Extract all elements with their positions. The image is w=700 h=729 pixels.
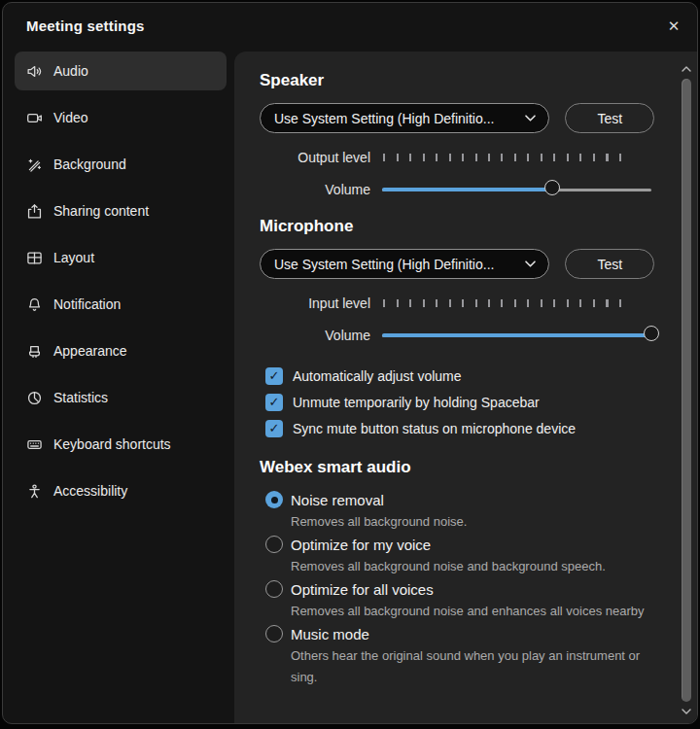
dialog-title: Meeting settings — [26, 17, 145, 34]
magic-wand-icon — [26, 156, 43, 173]
sidebar-item-label: Statistics — [53, 390, 108, 405]
audio-settings-panel: Speaker Use System Setting (High Definit… — [234, 52, 697, 723]
grid-icon — [26, 250, 43, 266]
sidebar-item-label: Sharing content — [53, 203, 149, 219]
sidebar-item-layout[interactable]: Layout — [15, 238, 227, 277]
meeting-settings-dialog: Meeting settings ✕ Audio Video Backgroun… — [2, 2, 698, 724]
output-level-meter — [383, 154, 623, 161]
sidebar-item-keyboard-shortcuts[interactable]: Keyboard shortcuts — [15, 425, 227, 464]
microphone-volume-label: Volume — [260, 328, 382, 343]
speaker-volume-slider[interactable] — [382, 182, 651, 197]
microphone-heading: Microphone — [260, 217, 654, 236]
radio-description: Removes all background noise. — [260, 511, 654, 533]
radio-description: Others hear the original sound when you … — [260, 645, 654, 688]
share-icon — [26, 203, 43, 220]
sidebar-item-notification[interactable]: Notification — [15, 285, 227, 324]
radio-optimize-my-voice[interactable]: Optimize for my voice — [260, 533, 654, 556]
speaker-icon — [26, 63, 43, 80]
pie-chart-icon — [26, 390, 43, 406]
keyboard-icon — [26, 436, 43, 453]
sidebar-item-video[interactable]: Video — [15, 98, 227, 137]
checkbox-checked-icon[interactable]: ✓ — [265, 420, 283, 437]
radio-unselected-icon[interactable] — [265, 580, 283, 598]
panel-scrollbar[interactable] — [678, 57, 695, 721]
scrollbar-thumb[interactable] — [682, 79, 691, 702]
sidebar-item-label: Appearance — [53, 343, 127, 359]
speaker-volume-label: Volume — [260, 182, 382, 197]
camera-icon — [26, 110, 43, 126]
close-icon[interactable]: ✕ — [662, 15, 685, 38]
checkbox-unmute-spacebar[interactable]: ✓ Unmute temporarily by holding Spacebar — [260, 389, 654, 415]
sidebar-item-statistics[interactable]: Statistics — [15, 378, 227, 417]
person-icon — [26, 483, 43, 500]
sidebar-item-label: Keyboard shortcuts — [53, 436, 171, 452]
sidebar-item-label: Layout — [53, 250, 94, 265]
chevron-down-icon — [525, 260, 536, 267]
checkbox-sync-mute-button[interactable]: ✓ Sync mute button status on microphone … — [260, 415, 654, 441]
radio-unselected-icon[interactable] — [265, 536, 283, 553]
sidebar-item-audio[interactable]: Audio — [15, 52, 227, 90]
radio-noise-removal[interactable]: Noise removal — [260, 488, 654, 511]
speaker-test-button[interactable]: Test — [565, 103, 654, 133]
microphone-volume-slider[interactable] — [382, 328, 651, 343]
speaker-heading: Speaker — [260, 71, 654, 90]
sidebar-item-label: Notification — [53, 296, 121, 312]
radio-description: Removes all background noise and backgro… — [260, 556, 654, 577]
sidebar-item-sharing-content[interactable]: Sharing content — [15, 191, 227, 230]
speaker-device-value: Use System Setting (High Definitio... — [274, 111, 517, 126]
input-level-meter — [383, 299, 623, 307]
microphone-volume-thumb[interactable] — [644, 326, 659, 341]
smart-audio-heading: Webex smart audio — [260, 458, 654, 477]
radio-description: Removes all background noise and enhance… — [260, 601, 654, 622]
input-level-label: Input level — [260, 295, 382, 311]
output-level-label: Output level — [260, 150, 382, 165]
checkbox-checked-icon[interactable]: ✓ — [265, 394, 283, 411]
checkbox-checked-icon[interactable]: ✓ — [265, 367, 283, 385]
microphone-test-button[interactable]: Test — [565, 249, 654, 279]
scroll-up-icon[interactable] — [678, 61, 695, 77]
radio-unselected-icon[interactable] — [265, 625, 283, 642]
sidebar-item-label: Video — [53, 110, 88, 125]
radio-selected-icon[interactable] — [265, 491, 283, 508]
paintbrush-icon — [26, 343, 43, 360]
bell-icon — [26, 296, 43, 313]
sidebar-item-label: Audio — [53, 63, 88, 79]
sidebar-item-accessibility[interactable]: Accessibility — [15, 471, 227, 510]
microphone-device-dropdown[interactable]: Use System Setting (High Definitio... — [260, 249, 549, 279]
radio-music-mode[interactable]: Music mode — [260, 622, 654, 645]
scroll-down-icon[interactable] — [678, 704, 695, 719]
radio-optimize-all-voices[interactable]: Optimize for all voices — [260, 577, 654, 601]
settings-sidebar: Audio Video Background Sharing content L… — [15, 52, 227, 518]
microphone-device-value: Use System Setting (High Definitio... — [274, 257, 517, 272]
speaker-volume-thumb[interactable] — [544, 180, 560, 195]
sidebar-item-label: Accessibility — [53, 483, 127, 499]
sidebar-item-label: Background — [53, 156, 126, 172]
sidebar-item-appearance[interactable]: Appearance — [15, 331, 227, 370]
checkbox-auto-adjust-volume[interactable]: ✓ Automatically adjust volume — [260, 363, 654, 389]
sidebar-item-background[interactable]: Background — [15, 145, 227, 184]
speaker-device-dropdown[interactable]: Use System Setting (High Definitio... — [260, 103, 549, 133]
chevron-down-icon — [525, 115, 536, 122]
